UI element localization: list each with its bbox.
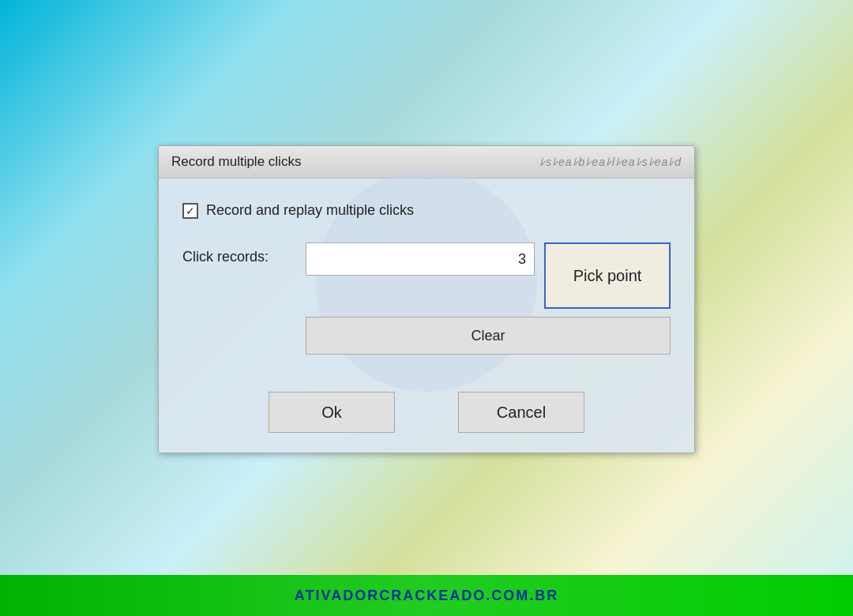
dialog-title-watermark: ﾚsﾚeaﾚbﾚeaﾚlﾚeaﾚsﾚeaﾚd	[539, 156, 682, 168]
ok-label: Ok	[321, 404, 342, 422]
pick-point-button[interactable]: Pick point	[544, 242, 671, 309]
pick-point-label: Pick point	[573, 267, 642, 285]
dialog: Record multiple clicks ﾚsﾚeaﾚbﾚeaﾚlﾚeaﾚs…	[158, 145, 695, 453]
checkmark-icon: ✓	[186, 205, 195, 216]
right-section: Pick point Clear	[306, 242, 671, 355]
checkbox-label: Record and replay multiple clicks	[206, 202, 414, 219]
bottom-bar-text: ATIVADORCRACKEADO.COM.BR	[295, 588, 558, 604]
input-and-pick: Pick point	[306, 242, 671, 309]
cancel-button[interactable]: Cancel	[458, 392, 584, 433]
clear-button[interactable]: Clear	[306, 317, 671, 355]
bottom-bar: ATIVADORCRACKEADO.COM.BR	[0, 575, 853, 616]
click-records-row: Click records: Pick point Clear	[182, 242, 671, 355]
dialog-titlebar: Record multiple clicks ﾚsﾚeaﾚbﾚeaﾚlﾚeaﾚs…	[159, 146, 694, 178]
dialog-wrapper: Record multiple clicks ﾚsﾚeaﾚbﾚeaﾚlﾚeaﾚs…	[24, 24, 829, 575]
checkbox-row: ✓ Record and replay multiple clicks	[182, 202, 671, 219]
dialog-body: ✓ Record and replay multiple clicks Clic…	[159, 178, 694, 384]
click-records-label: Click records:	[182, 242, 293, 265]
dialog-title: Record multiple clicks	[171, 154, 301, 170]
dialog-footer: Ok Cancel	[159, 384, 694, 453]
click-records-input[interactable]	[306, 242, 535, 276]
dialog-content: ✓ Record and replay multiple clicks Clic…	[182, 202, 671, 355]
clear-label: Clear	[471, 328, 505, 344]
cancel-label: Cancel	[497, 404, 546, 422]
record-replay-checkbox[interactable]: ✓	[182, 203, 198, 219]
ok-button[interactable]: Ok	[269, 392, 395, 433]
